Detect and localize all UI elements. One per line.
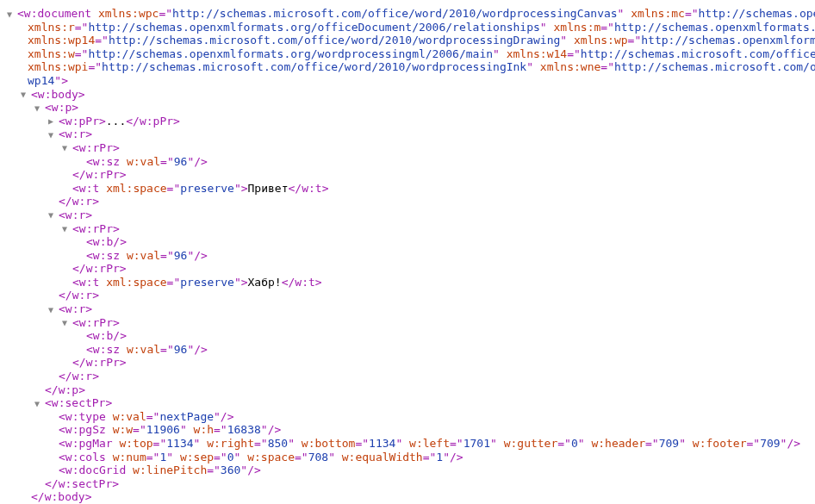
element-sectpr: ▼<w:sectPr> [7, 396, 808, 410]
toggle-icon[interactable]: ▼ [34, 399, 45, 409]
element-document: ▼<w:document xmlns:wpc="http://schemas.m… [7, 7, 808, 21]
element-document-cont: xmlns:w="http://schemas.openxmlformats.o… [7, 47, 808, 61]
element-rpr-close: </w:rPr> [7, 262, 808, 276]
element-document-cont: xmlns:wpi="http://schemas.microsoft.com/… [7, 60, 808, 74]
toggle-icon[interactable]: ▼ [21, 90, 31, 100]
toggle-icon[interactable]: ▼ [62, 224, 72, 234]
element-document-cont: xmlns:wp14="http://schemas.microsoft.com… [7, 34, 808, 47]
element-rpr-close: </w:rPr> [7, 168, 808, 182]
element-sz: <w:sz w:val="96"/> [7, 343, 808, 357]
element-b: <w:b/> [7, 329, 808, 343]
element-sz: <w:sz w:val="96"/> [7, 155, 808, 169]
element-body: ▼<w:body> [7, 88, 808, 102]
element-t: <w:t xml:space="preserve">Хабр!</w:t> [7, 276, 808, 289]
element-pgmar: <w:pgMar w:top="1134" w:right="850" w:bo… [7, 437, 808, 451]
element-document-cont: xmlns:r="http://schemas.openxmlformats.o… [7, 21, 808, 34]
element-rpr-close: </w:rPr> [7, 356, 808, 370]
element-p: ▼<w:p> [7, 101, 808, 115]
element-b: <w:b/> [7, 235, 808, 249]
element-document-cont: wp14"> [7, 74, 808, 88]
element-r-close: </w:r> [7, 195, 808, 208]
toggle-icon[interactable]: ▼ [62, 143, 72, 153]
toggle-icon[interactable]: ▼ [48, 210, 59, 221]
toggle-icon[interactable]: ▼ [48, 130, 59, 140]
element-r-close: </w:r> [7, 289, 808, 302]
element-ppr-collapsed: ▶<w:pPr>...</w:pPr> [7, 115, 808, 128]
element-r-close: </w:r> [7, 370, 808, 383]
element-docgrid: <w:docGrid w:linePitch="360"/> [7, 464, 808, 477]
element-r: ▼<w:r> [7, 302, 808, 316]
element-rpr: ▼<w:rPr> [7, 222, 808, 236]
toggle-icon[interactable]: ▼ [48, 305, 59, 315]
element-r: ▼<w:r> [7, 208, 808, 222]
element-body-close: </w:body> [7, 490, 808, 504]
toggle-icon[interactable]: ▼ [34, 103, 45, 114]
toggle-icon[interactable]: ▼ [62, 318, 72, 328]
toggle-icon[interactable]: ▼ [7, 9, 17, 20]
toggle-icon[interactable]: ▶ [48, 116, 59, 127]
element-rpr: ▼<w:rPr> [7, 316, 808, 330]
xml-tree: ▼<w:document xmlns:wpc="http://schemas.m… [7, 7, 808, 504]
element-type: <w:type w:val="nextPage"/> [7, 410, 808, 424]
element-p-close: </w:p> [7, 383, 808, 397]
element-sz: <w:sz w:val="96"/> [7, 249, 808, 263]
element-cols: <w:cols w:num="1" w:sep="0" w:space="708… [7, 451, 808, 464]
element-pgsz: <w:pgSz w:w="11906" w:h="16838"/> [7, 423, 808, 437]
element-sectpr-close: </w:sectPr> [7, 477, 808, 491]
element-t: <w:t xml:space="preserve">Привет</w:t> [7, 182, 808, 196]
element-r: ▼<w:r> [7, 128, 808, 141]
element-rpr: ▼<w:rPr> [7, 141, 808, 155]
